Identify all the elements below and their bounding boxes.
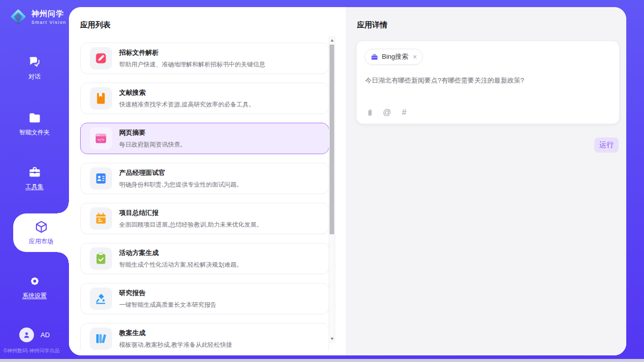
prompt-card: Bing搜索 × 今日湖北有哪些新闻要点?有哪些需要关注的最新政策? @ # [356,41,620,124]
research-icon [94,292,108,305]
app-item-desc: 模板驱动,教案秒成,教学准备从此轻松快捷 [119,341,232,349]
main-content: 应用列表 招标文件解析 帮助用户快速、准确地理解和解析招标书中的关键信息 文献搜… [69,7,626,355]
user-name: AD [41,331,50,339]
app-item-desc: 快速精准查找学术资源,提高研究效率的必备工具。 [119,100,255,109]
list-item[interactable]: 产品经理面试官 明确身份和职责,为您提供专业性的面试问题。 [80,163,329,194]
paperclip-icon[interactable] [365,108,374,117]
composer-toolbar: @ # [365,108,409,117]
list-item[interactable]: 教案生成 模板驱动,教案秒成,教学准备从此轻松快捷 [80,323,329,351]
app-item-desc: 每日政府新闻资讯快查。 [119,140,186,149]
list-scrollbar[interactable] [329,37,335,343]
copyright-text: ©神州数码·神州问学出品 [4,347,60,354]
interview-icon [94,172,108,185]
sidebar-item-label: 应用市场 [29,237,53,246]
list-item[interactable]: 项目总结汇报 全面回顾项目进展,总结经验教训,助力未来优化发展。 [80,203,329,234]
scroll-down-icon[interactable] [329,336,335,342]
sidebar-item-settings[interactable]: 系统设置 [0,272,69,302]
hash-icon[interactable]: # [400,108,409,117]
app-list: 招标文件解析 帮助用户快速、准确地理解和解析招标书中的关键信息 文献搜索 快速精… [80,35,329,351]
brand-slogan: Smart Vision [31,20,66,25]
list-item[interactable]: 研究报告 一键智能生成高质量长文本研究报告 [80,283,329,314]
webpage-icon: </> [94,132,108,145]
scrollbar-thumb[interactable] [330,45,334,234]
sidebar-item-label: 对话 [28,73,41,81]
app-window: 神州问学 Smart Vision 对话 智能文件夹 工具集 应用市场 系统设置… [0,0,644,359]
sidebar-item-label: 系统设置 [22,292,47,300]
scroll-up-icon[interactable] [329,37,335,44]
chat-icon [28,55,42,69]
tool-tag-bing-search[interactable]: Bing搜索 × [365,49,423,65]
list-item[interactable]: 招标文件解析 帮助用户快速、准确地理解和解析招标书中的关键信息 [80,43,329,74]
list-item[interactable]: 文献搜索 快速精准查找学术资源,提高研究效率的必备工具。 [80,83,329,114]
sidebar-item-label: 智能文件夹 [19,128,50,137]
svg-text:</>: </> [97,137,104,142]
summary-icon [94,212,108,225]
briefcase-icon [371,53,378,61]
toolbox-icon [28,165,42,179]
avatar[interactable] [19,328,34,342]
app-detail-panel: 应用详情 Bing搜索 × 今日湖北有哪些新闻要点?有哪些需要关注的最新政策? … [346,7,626,355]
app-item-desc: 帮助用户快速、准确地理解和解析招标书中的关键信息 [119,60,265,69]
sidebar-item-label: 工具集 [25,183,44,191]
sidebar-item-smart-folder[interactable]: 智能文件夹 [0,108,69,139]
app-item-title: 研究报告 [119,288,217,298]
book-icon [94,92,108,105]
cube-icon [34,220,48,234]
app-detail-title: 应用详情 [357,20,387,30]
app-item-title: 网页摘要 [119,128,186,137]
app-item-title: 招标文件解析 [119,48,265,57]
folder-icon [28,111,42,125]
gear-icon [28,274,42,288]
plan-icon [94,252,108,265]
app-item-desc: 智能生成个性化活动方案,轻松解决规划难题。 [119,261,242,269]
brand-logo: 神州问学 Smart Vision [9,8,66,26]
sidebar: 神州问学 Smart Vision 对话 智能文件夹 工具集 应用市场 系统设置… [0,0,69,359]
prompt-input[interactable]: 今日湖北有哪些新闻要点?有哪些需要关注的最新政策? [365,76,611,86]
app-item-desc: 明确身份和职责,为您提供专业性的面试问题。 [119,180,242,189]
user-account[interactable]: AD [0,328,69,342]
lesson-icon [94,332,108,345]
edit-document-icon [94,52,108,65]
app-item-title: 活动方案生成 [119,248,242,258]
close-icon[interactable]: × [413,53,417,60]
list-item[interactable]: 活动方案生成 智能生成个性化活动方案,轻松解决规划难题。 [80,243,329,274]
app-item-title: 产品经理面试官 [119,168,242,177]
app-item-desc: 全面回顾项目进展,总结经验教训,助力未来优化发展。 [119,221,263,229]
user-icon [22,331,31,339]
list-item[interactable]: </> 网页摘要 每日政府新闻资讯快查。 [80,123,329,154]
at-icon[interactable]: @ [382,108,391,117]
brand-name: 神州问学 [31,9,66,19]
sidebar-item-toolset[interactable]: 工具集 [0,163,69,193]
sidebar-item-chat[interactable]: 对话 [0,53,69,83]
tool-tag-label: Bing搜索 [382,52,408,61]
app-item-title: 教案生成 [119,329,232,338]
diamond-logo-icon [9,8,27,26]
run-button[interactable]: 运行 [594,137,619,153]
app-item-desc: 一键智能生成高质量长文本研究报告 [119,301,217,309]
app-item-title: 文献搜索 [119,88,255,97]
app-list-title: 应用列表 [80,20,111,30]
app-item-title: 项目总结汇报 [119,208,263,218]
app-list-panel: 应用列表 招标文件解析 帮助用户快速、准确地理解和解析招标书中的关键信息 文献搜… [69,7,346,355]
sidebar-item-app-market[interactable]: 应用市场 [13,213,69,252]
